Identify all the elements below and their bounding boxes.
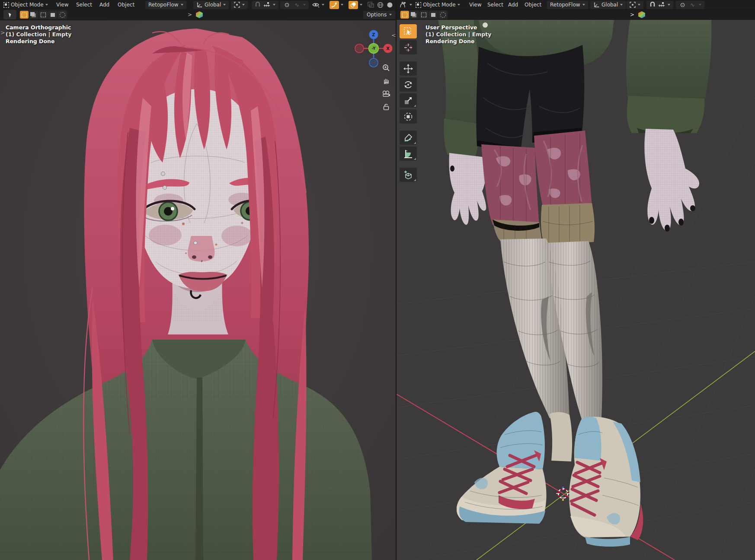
- menu-view[interactable]: View: [467, 0, 483, 10]
- magnet-icon: [255, 2, 261, 8]
- menu-add[interactable]: Add: [98, 0, 111, 10]
- chevron-down-icon: [582, 4, 585, 6]
- retopoflow-cube-icon: [196, 11, 203, 18]
- select-set-button[interactable]: [20, 11, 29, 19]
- editor-type-selector[interactable]: [399, 0, 412, 10]
- gizmo-front-label[interactable]: -Y: [372, 46, 376, 51]
- gizmo-x-label[interactable]: X: [386, 46, 390, 51]
- snap-increment-icon: [263, 2, 270, 8]
- chevron-down-icon: [638, 4, 640, 6]
- falloff-curve-icon: ∿: [293, 1, 301, 9]
- menu-select[interactable]: Select: [486, 0, 505, 10]
- viewport-divider[interactable]: [396, 0, 397, 560]
- wireframe-sphere-icon: [377, 2, 384, 8]
- snapping-controls[interactable]: [252, 0, 278, 10]
- move-tool-button[interactable]: [400, 61, 417, 76]
- tweak-tool-button[interactable]: [400, 24, 417, 38]
- camera-view-button[interactable]: [381, 88, 392, 99]
- tool-settings-expand[interactable]: >: [630, 10, 645, 20]
- cursor-tool-button[interactable]: [400, 40, 417, 54]
- cursor-arrow-icon: [8, 12, 12, 17]
- proportional-edit-icon: ⊙: [679, 1, 686, 9]
- shading-wireframe-button[interactable]: [377, 0, 384, 10]
- overlays-icon: [350, 2, 356, 8]
- extend-select-icon: [30, 12, 35, 16]
- toolbar: [400, 24, 419, 182]
- menu-view[interactable]: View: [54, 0, 70, 10]
- left-viewport[interactable]: Camera Orthographic (1) Collection | Emp…: [0, 20, 396, 560]
- navigation-gizmo[interactable]: Z X -Y: [352, 24, 396, 67]
- expand-chevron: >: [630, 12, 634, 18]
- orientation-selector[interactable]: Global: [590, 0, 626, 10]
- snapping-controls[interactable]: [646, 0, 673, 10]
- select-set-button[interactable]: [400, 11, 409, 19]
- viewport-editor-icon: [399, 2, 408, 8]
- overlays-toggle[interactable]: [349, 0, 362, 10]
- select-subtract-button[interactable]: [39, 11, 48, 19]
- gizmo-toggle[interactable]: [330, 0, 343, 10]
- transform-tool-button[interactable]: [400, 109, 417, 124]
- menu-object[interactable]: Object: [523, 0, 543, 10]
- right-viewport[interactable]: User Perspective (1) Collection | Empty …: [397, 20, 755, 560]
- rotate-tool-button[interactable]: [400, 77, 417, 92]
- menu-add[interactable]: Add: [506, 0, 520, 10]
- menu-object[interactable]: Object: [116, 0, 136, 10]
- options-dropdown[interactable]: Options: [363, 10, 395, 20]
- select-extend-button[interactable]: [410, 11, 419, 19]
- chevron-down-icon: [341, 4, 343, 6]
- blender-window: Camera Orthographic (1) Collection | Emp…: [0, 0, 755, 560]
- measure-tool-button[interactable]: [400, 146, 417, 161]
- shading-solid-button[interactable]: [387, 0, 393, 10]
- view-name: User Perspective: [425, 24, 491, 31]
- lock-view-button[interactable]: [381, 101, 392, 112]
- scale-tool-button[interactable]: [400, 93, 417, 108]
- mode-label: Object Mode: [11, 2, 44, 8]
- box-select-icon: [22, 13, 27, 17]
- magnet-icon: [649, 2, 656, 8]
- active-tool-button[interactable]: [3, 10, 16, 20]
- select-mode-cluster: [19, 10, 67, 20]
- orientation-selector[interactable]: Global: [193, 0, 229, 10]
- annotate-tool-button[interactable]: [400, 130, 417, 145]
- proportional-edit-controls[interactable]: ⊙ ∿: [280, 0, 309, 10]
- chevron-down-icon: [223, 4, 226, 6]
- mode-selector[interactable]: Object Mode: [416, 0, 460, 10]
- box-select-icon: [402, 13, 407, 17]
- mode-label: Object Mode: [423, 2, 456, 8]
- mode-selector[interactable]: Object Mode: [3, 0, 48, 10]
- chevron-down-icon: [181, 4, 183, 6]
- gizmo-z-label[interactable]: Z: [372, 32, 375, 37]
- select-extend-button[interactable]: [29, 11, 38, 19]
- viewport-info-overlay: User Perspective (1) Collection | Empty …: [425, 24, 491, 45]
- invert-select-icon: [51, 13, 55, 17]
- menu-select[interactable]: Select: [74, 0, 94, 10]
- collection-label: (1) Collection | Empty: [425, 31, 491, 38]
- visibility-popover[interactable]: [312, 0, 324, 10]
- collection-label: (1) Collection | Empty: [6, 31, 71, 38]
- pivot-icon: [234, 2, 240, 8]
- falloff-curve-icon: ∿: [689, 1, 696, 9]
- axes-icon: [196, 2, 202, 8]
- select-subtract-button[interactable]: [419, 11, 428, 19]
- proportional-edit-controls[interactable]: ⊙ ∿: [676, 0, 704, 10]
- render-status: Rendering Done: [425, 38, 491, 45]
- select-intersect-button[interactable]: [438, 11, 447, 19]
- tool-settings-expand[interactable]: >: [188, 10, 203, 20]
- view-name: Camera Orthographic: [6, 24, 71, 31]
- pivot-point-selector[interactable]: [627, 0, 643, 10]
- toolbar-expand-chevron[interactable]: >: [0, 29, 5, 36]
- select-invert-button[interactable]: [429, 11, 438, 19]
- right-tool-header: >: [397, 10, 755, 20]
- gizmo-arrow-icon: [331, 2, 337, 8]
- retopoflow-menu[interactable]: RetopoFlow: [547, 0, 588, 10]
- select-invert-button[interactable]: [48, 11, 57, 19]
- zoom-button[interactable]: [381, 62, 392, 73]
- add-cube-tool-button[interactable]: [400, 168, 417, 182]
- pivot-point-selector[interactable]: [231, 0, 248, 10]
- retopoflow-menu[interactable]: RetopoFlow: [145, 0, 186, 10]
- select-intersect-button[interactable]: [58, 11, 67, 19]
- left-tool-header: > Options: [0, 10, 396, 20]
- xray-toggle[interactable]: [368, 0, 374, 10]
- left-header: Object Mode View Select Add Object Retop…: [0, 0, 396, 10]
- pan-hand-button[interactable]: [381, 75, 392, 86]
